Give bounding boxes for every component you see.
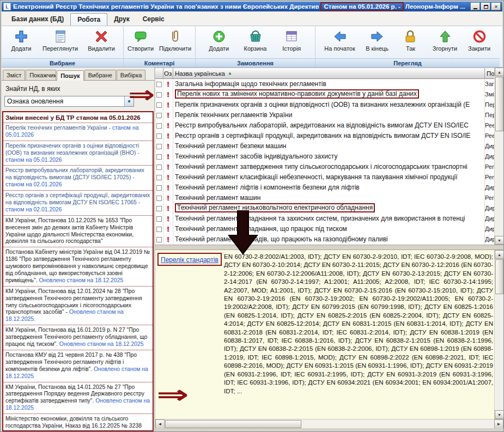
column-checkbox-header[interactable] [155, 68, 163, 79]
row-checkbox[interactable] [156, 227, 162, 232]
table-scroll-up-button[interactable]: ▲ [495, 68, 503, 76]
hscroll-thumb[interactable] [165, 420, 301, 428]
close-button[interactable]: × [491, 3, 501, 10]
row-name-cell[interactable]: Технічний регламент безпеки машин [173, 141, 485, 151]
news-item[interactable]: Постанова КМУ від 21 червня 2017 р. № 43… [3, 350, 153, 382]
sidebar-tab-pokazhchyk[interactable]: Покажчик [26, 70, 56, 80]
news-item-text[interactable]: Перелік призначених органів з оцінки від… [5, 143, 139, 156]
main-hscrollbar[interactable]: ◄ ► [155, 419, 503, 428]
news-item-text[interactable]: Перелік технічних регламентів України [5, 125, 107, 131]
table-vscroll-thumb[interactable] [495, 77, 503, 131]
go-last-button[interactable]: В кінець [363, 28, 391, 52]
row-checkbox[interactable] [156, 154, 162, 160]
column-pos-header[interactable]: Поз [485, 68, 494, 79]
row-checkbox[interactable] [156, 123, 162, 129]
sidebar-tab-zmist[interactable]: Зміст [3, 70, 25, 80]
row-name-cell[interactable]: Технічний регламент обладнання, що працю… [173, 224, 485, 234]
news-item-link[interactable]: Оновлено станом на 18.12.2025 [58, 341, 144, 347]
update-filter-dropdown[interactable]: Ознака оновлення ▼ [4, 96, 134, 107]
row-title[interactable]: Технічний регламент засобів індивідуальн… [175, 153, 338, 160]
news-item-text[interactable]: Реєстр випробувальних лабораторій, акред… [5, 167, 144, 180]
basket-button[interactable]: Корзина [241, 28, 270, 52]
tak-button[interactable]: Так [396, 28, 424, 52]
row-title[interactable]: Технічний регламент обладнання, що працю… [175, 225, 347, 233]
row-title[interactable]: Технічний регламент машин [175, 194, 260, 202]
row-checkbox[interactable] [156, 113, 162, 118]
table-row[interactable]: ! Перелік технічних регламентів України … [155, 110, 494, 120]
row-title[interactable]: Технічний регламент затвердження типу сі… [175, 163, 467, 171]
panel-vscrollbar[interactable]: ▲ ▼ [494, 250, 503, 419]
news-item-text[interactable]: Міністерство економіки, довкілля та сіль… [5, 416, 147, 431]
table-row[interactable]: ! Технічний регламент низьковольтного ел… [155, 203, 494, 214]
news-item[interactable]: КМ України, Постанова 10.12.2025 № 1653 … [3, 215, 153, 247]
panel-scroll-down-button[interactable]: ▼ [495, 410, 503, 419]
hscroll-right-button[interactable]: ► [494, 419, 503, 429]
table-vscrollbar[interactable]: ▲ ▼ [494, 68, 503, 245]
news-item-text[interactable]: Реєстр органів з сертифікації продукції,… [5, 192, 150, 205]
table-row[interactable]: ! Технічний регламент безпеки машин Дир [155, 141, 494, 151]
row-name-cell[interactable]: Технічний регламент обладнання та захисн… [173, 214, 485, 224]
news-item-text[interactable]: КМ України, Постанова 10.12.2025 № 1653 … [5, 217, 133, 245]
hscroll-left-button[interactable]: ◄ [155, 419, 165, 429]
row-title[interactable]: Технічний регламент приладів, що працюют… [175, 235, 388, 243]
row-checkbox[interactable] [156, 216, 162, 222]
row-title[interactable]: Перелік призначених органів з оцінки від… [175, 101, 470, 108]
row-checkbox[interactable] [156, 165, 162, 170]
row-title[interactable]: Технічний регламент обладнання та захисн… [175, 215, 465, 222]
row-name-cell[interactable]: Загальна інформація щодо технічних регла… [173, 79, 485, 89]
row-name-cell[interactable]: Технічний регламент класифікації небезпе… [173, 172, 485, 182]
row-name-cell[interactable]: Технічний регламент засобів індивідуальн… [173, 151, 485, 162]
row-checkbox[interactable] [156, 92, 162, 98]
sidebar-tab-vybirka[interactable]: Вибірка [117, 70, 146, 80]
table-row[interactable]: ! Технічний регламент затвердження типу … [155, 162, 494, 172]
table-row[interactable]: ! Технічний регламент ліфтів і компонент… [155, 182, 494, 193]
row-checkbox[interactable] [156, 237, 162, 242]
table-row[interactable]: ! Технічний регламент приладів, що працю… [155, 234, 494, 245]
row-checkbox[interactable] [156, 133, 162, 139]
minimize-button[interactable] [471, 3, 480, 10]
row-name-cell[interactable]: Перелік нових та змінених нормативно-пра… [173, 89, 485, 100]
row-title[interactable]: Технічний регламент низьковольтного елек… [175, 203, 375, 212]
row-name-cell[interactable]: Технічний регламент приладів, що працюют… [173, 234, 485, 245]
row-title[interactable]: Технічний регламент безпеки машин [175, 142, 287, 150]
tab-bazy-danykh[interactable]: Бази даних (БД) [5, 13, 70, 26]
news-item[interactable]: Міністерство економіки, довкілля та сіль… [3, 413, 153, 431]
row-checkbox[interactable] [156, 185, 162, 191]
table-row[interactable]: ! Реєстр органів з сертифікації продукці… [155, 131, 494, 141]
news-item[interactable]: КМ України, Постанова від 14.01.2025 № 2… [3, 382, 153, 414]
table-row[interactable]: ! Технічний регламент обладнання, що пра… [155, 224, 494, 234]
row-checkbox[interactable] [156, 196, 162, 201]
row-title[interactable]: Технічний регламент класифікації небезпе… [175, 173, 458, 181]
tab-servis[interactable]: Сервіс [136, 13, 171, 26]
row-name-cell[interactable]: Реєстр органів з сертифікації продукції,… [173, 131, 485, 141]
tab-druk[interactable]: Друк [107, 13, 136, 26]
row-checkbox[interactable] [156, 206, 162, 211]
row-title[interactable]: Загальна інформація щодо технічних регла… [175, 80, 326, 88]
row-name-cell[interactable]: Технічний регламент низьковольтного елек… [173, 203, 485, 214]
row-title[interactable]: Технічний регламент ліфтів і компонентів… [175, 184, 360, 191]
news-item[interactable]: Реєстр випробувальних лабораторій, акред… [3, 165, 153, 190]
panel-vscroll-thumb[interactable] [495, 259, 503, 294]
add-order-button[interactable]: Додати [205, 28, 233, 52]
delete-button[interactable]: Видалити [85, 28, 118, 52]
chevron-down-icon[interactable]: ▼ [124, 96, 133, 106]
news-item[interactable]: КМ України, Постанова від 16.01.2019 р. … [3, 325, 153, 350]
column-oz-header[interactable]: Оз [163, 68, 173, 79]
standards-link[interactable]: Перелік стандартів [161, 256, 218, 264]
row-checkbox[interactable] [156, 102, 162, 108]
news-item[interactable]: Реєстр органів з сертифікації продукції,… [3, 190, 153, 215]
row-title[interactable]: Перелік технічних регламентів України [175, 111, 292, 119]
news-item[interactable]: Перелік призначених органів з оцінки від… [3, 141, 153, 166]
table-row[interactable]: ! Перелік нових та змінених нормативно-п… [155, 89, 494, 100]
row-title[interactable]: Реєстр органів з сертифікації продукції,… [175, 132, 470, 139]
create-comment-button[interactable]: Створити [125, 28, 156, 52]
table-row[interactable]: ! Перелік призначених органів з оцінки в… [155, 100, 494, 110]
attach-comment-button[interactable]: Підключити [156, 28, 194, 52]
go-first-button[interactable]: На початок [321, 28, 357, 52]
table-scroll-down-button[interactable]: ▼ [495, 236, 503, 245]
row-name-cell[interactable]: Технічний регламент ліфтів і компонентів… [173, 182, 485, 193]
row-name-cell[interactable]: Перелік призначених органів з оцінки від… [173, 100, 485, 110]
panel-splitter[interactable] [155, 245, 503, 250]
table-row[interactable]: ! Технічний регламент машин Рег [155, 193, 494, 203]
row-name-cell[interactable]: Реєстр випробувальних лабораторій, акред… [173, 120, 485, 131]
